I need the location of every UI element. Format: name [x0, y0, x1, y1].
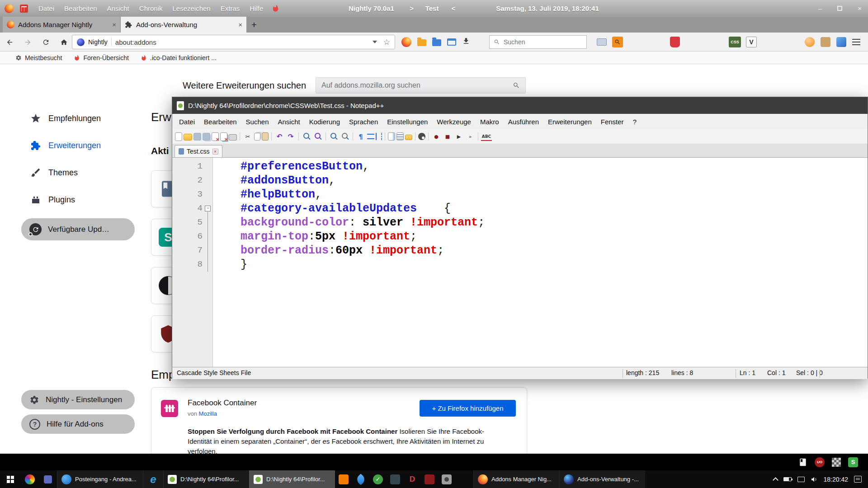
notepad-titlebar[interactable]: D:\Nightly 64\Profilordner\chrome\CSSWeb… — [172, 97, 868, 114]
notepad-menu-ausführen[interactable]: Ausführen — [504, 118, 543, 126]
doc-map-icon[interactable] — [388, 132, 395, 141]
tray-app-feather-icon[interactable] — [352, 470, 369, 488]
bookmark-star-icon[interactable]: ☆ — [383, 38, 390, 47]
code-lines[interactable]: #preferencesButton,#addonsButton,#helpBu… — [213, 158, 868, 367]
code-line-8[interactable]: } — [241, 258, 868, 272]
red-extension-icon[interactable] — [670, 37, 680, 47]
v-extension-icon[interactable]: V — [746, 37, 757, 47]
code-line-7[interactable]: border-radius:60px !important; — [241, 244, 868, 258]
firefox-logo-icon[interactable] — [401, 37, 411, 47]
tray-app-dark-icon[interactable] — [387, 470, 404, 488]
panel-list-icon[interactable] — [447, 38, 456, 46]
red-badge-icon[interactable]: UO — [815, 457, 825, 467]
notepad-menu-makro[interactable]: Makro — [476, 118, 504, 126]
tab-close-icon[interactable]: × — [112, 21, 116, 28]
tray-app-check-icon[interactable]: ✓ — [369, 470, 387, 488]
firefox-menu-lesezeichen[interactable]: Lesezeichen — [167, 0, 215, 17]
tab-addons-manager[interactable]: Addons Manager Nightly × — [3, 17, 121, 33]
fold-collapse-icon[interactable]: − — [205, 206, 211, 211]
paste-icon[interactable] — [262, 132, 269, 141]
author-link[interactable]: Mozilla — [199, 410, 217, 417]
notepad-menu-suchen[interactable]: Suchen — [241, 118, 274, 126]
reload-button[interactable] — [40, 36, 52, 48]
tray-app-darkred-icon[interactable] — [421, 470, 438, 488]
cut-icon[interactable]: ✂ — [243, 131, 253, 141]
firefox-menu-extras[interactable]: Extras — [216, 0, 245, 17]
volume-icon[interactable] — [811, 476, 818, 483]
tray-app-orange-icon[interactable] — [335, 470, 352, 488]
notepad-menu-sprachen[interactable]: Sprachen — [344, 118, 382, 126]
multi-play-icon[interactable]: » — [465, 131, 475, 141]
close-icon[interactable]: × — [858, 5, 862, 12]
notepad-menu-datei[interactable]: Datei — [175, 118, 199, 126]
pinned-app-icon-1[interactable] — [21, 470, 39, 488]
redo-icon[interactable]: ↷ — [286, 131, 296, 141]
sidebar-item-erweiterungen[interactable]: Erweiterungen — [21, 135, 135, 156]
task-edge[interactable]: e — [143, 470, 163, 488]
firefox-app-icon[interactable] — [5, 4, 14, 13]
record-macro-icon[interactable]: ● — [431, 131, 441, 141]
monitoring-icon[interactable] — [418, 133, 425, 140]
checker-icon[interactable] — [832, 458, 841, 467]
back-button[interactable] — [4, 36, 15, 48]
action-center-icon[interactable] — [854, 476, 862, 483]
tray-app-d-icon[interactable]: D — [404, 470, 421, 488]
flame-extension-icon[interactable] — [272, 5, 279, 12]
code-line-5[interactable]: background-color: silver !important; — [241, 216, 868, 230]
reading-list-icon[interactable] — [798, 458, 807, 467]
notepad-menu-bearbeiten[interactable]: Bearbeiten — [199, 118, 241, 126]
editor-area[interactable]: 12345678 − #preferencesButton,#addonsBut… — [172, 158, 868, 367]
undo-icon[interactable]: ↶ — [274, 131, 284, 141]
notepad-tab-testcss[interactable]: Test.css × — [175, 145, 222, 157]
function-list-icon[interactable] — [396, 132, 404, 141]
home-button[interactable] — [58, 36, 70, 48]
close-all-icon[interactable] — [220, 132, 227, 141]
forward-button[interactable] — [22, 36, 33, 48]
stop-macro-icon[interactable]: ■ — [443, 131, 453, 141]
orange-search-extension-icon[interactable] — [612, 37, 623, 47]
sidebar-item-empfehlungen[interactable]: Empfehlungen — [21, 108, 135, 129]
orange-circle-extension-icon[interactable] — [805, 37, 815, 47]
new-file-icon[interactable] — [175, 132, 182, 141]
notepad-menu-kodierung[interactable]: Kodierung — [305, 118, 344, 126]
task-notepad-1[interactable]: D:\Nightly 64\Profilor... — [163, 470, 249, 488]
notepad-menu-erweiterungen[interactable]: Erweiterungen — [543, 118, 596, 126]
task-notepad-2[interactable]: D:\Nightly 64\Profilor... — [249, 470, 335, 488]
file-browser-icon[interactable] — [405, 135, 412, 140]
add-to-firefox-button[interactable]: + Zu Firefox hinzufügen — [420, 400, 516, 417]
notepad-menu-einstellungen[interactable]: Einstellungen — [382, 118, 432, 126]
save-all-icon[interactable] — [203, 133, 210, 141]
css-extension-icon[interactable]: CSS — [729, 37, 741, 47]
replace-icon[interactable] — [313, 131, 323, 141]
word-wrap-icon[interactable] — [367, 134, 374, 139]
orange-folder-icon[interactable] — [417, 39, 426, 46]
copy-icon[interactable] — [254, 133, 260, 141]
task-firefox-1[interactable]: Addons Manager Nig... — [473, 470, 559, 488]
blue-extension-icon[interactable] — [836, 37, 846, 47]
sidebar-item-nightly-einstellungen[interactable]: Nightly - Einstellungen — [21, 390, 135, 409]
firefox-menu-chronik[interactable]: Chronik — [134, 0, 168, 17]
print-icon[interactable] — [229, 134, 237, 141]
code-line-1[interactable]: #preferencesButton, — [241, 160, 868, 174]
green-s-icon[interactable]: S — [848, 457, 858, 467]
blue-folder-icon[interactable] — [432, 39, 441, 46]
close-file-icon[interactable] — [212, 132, 219, 141]
minimize-icon[interactable]: – — [818, 5, 822, 12]
maximize-icon[interactable] — [837, 6, 842, 11]
tray-app-camera-icon[interactable] — [438, 470, 455, 488]
tan-extension-icon[interactable] — [821, 37, 830, 47]
notepad-menu-fenster[interactable]: Fenster — [596, 118, 628, 126]
show-hidden-icons-chevron[interactable] — [773, 477, 778, 483]
spellcheck-icon[interactable]: ABC — [481, 133, 492, 141]
search-input[interactable] — [504, 38, 582, 46]
sidebar-item-plugins[interactable]: Plugins — [21, 189, 135, 211]
code-line-3[interactable]: #helpButton, — [241, 188, 868, 202]
firefox-menu-datei[interactable]: Datei — [33, 0, 59, 17]
find-icon[interactable] — [302, 131, 311, 141]
task-thunderbird[interactable]: Posteingang - Andrea... — [57, 470, 143, 488]
tab-addons-verwaltung[interactable]: Add-ons-Verwaltung × — [121, 17, 246, 33]
sidebar-item-themes[interactable]: Themes — [21, 162, 135, 183]
zoom-in-icon[interactable] — [329, 131, 339, 141]
show-all-chars-icon[interactable]: ¶ — [356, 131, 366, 141]
code-line-4[interactable]: #category-availableUpdates { — [241, 202, 868, 216]
